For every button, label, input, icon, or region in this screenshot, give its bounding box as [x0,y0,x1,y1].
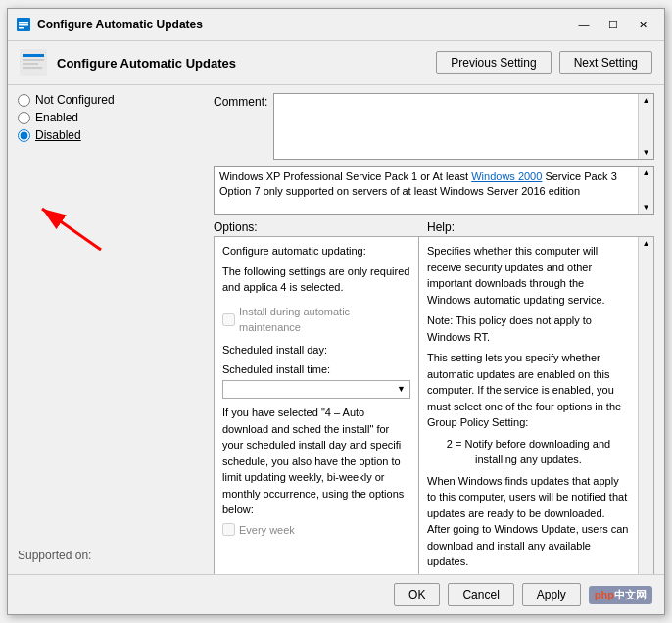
supported-text-content: Windows XP Professional Service Pack 1 o… [219,170,617,197]
radio-not-configured-label: Not Configured [35,93,115,107]
minimize-button[interactable]: — [570,15,598,34]
radio-not-configured-input[interactable] [18,94,30,107]
policy-icon [20,49,47,76]
svg-rect-5 [23,54,44,57]
install-maintenance-checkbox[interactable] [222,313,235,326]
scheduled-day-row: Scheduled install day: [222,342,410,359]
window-icon [16,17,31,32]
supported-on-label: Supported on: [18,549,91,562]
radio-disabled-input[interactable] [18,129,30,142]
title-bar-controls: — ☐ ✕ [570,15,656,34]
ok-button[interactable]: OK [394,583,440,606]
help-label-cell: Help: [419,220,654,236]
help-scrollbar: ▲ ▼ [638,237,653,574]
comment-label: Comment: [214,93,267,109]
previous-setting-button[interactable]: Previous Setting [436,51,551,74]
install-maintenance-label: Install during automatic maintenance [239,304,410,336]
options-box: Configure automatic updating: The follow… [214,236,419,574]
cancel-button[interactable]: Cancel [448,583,513,606]
weekly-note: If you have selected "4 – Auto download … [222,405,410,518]
title-bar-icon [16,17,31,32]
bottom-bar: OK Cancel Apply php 中文网 [8,574,664,614]
help-content: Specifies whether this computer will rec… [419,237,638,574]
supported-row: Windows XP Professional Service Pack 1 o… [214,166,654,215]
supported-scroll-down[interactable]: ▼ [641,201,652,214]
php-badge-text: php [595,589,614,600]
help-box: Specifies whether this computer will rec… [419,236,654,574]
radio-enabled[interactable]: Enabled [18,111,204,124]
title-bar-text: Configure Automatic Updates [37,18,564,31]
help-label: Help: [427,220,455,234]
radio-group: Not Configured Enabled Disabled [18,93,204,142]
comment-scrollbar: ▲ ▼ [638,94,653,159]
options-note: The following settings are only required… [222,264,410,296]
radio-disabled[interactable]: Disabled [18,128,204,142]
svg-rect-8 [23,67,42,69]
svg-rect-1 [19,22,28,24]
help-p1: Specifies whether this computer will rec… [427,243,630,308]
right-panel: Comment: ▲ ▼ Windows XP Professional Ser… [214,85,664,574]
every-week-checkbox[interactable] [222,523,235,536]
help-p2: Note: This policy does not apply to Wind… [427,312,630,345]
scheduled-day-label: Scheduled install day: [222,342,410,359]
header-buttons: Previous Setting Next Setting [436,51,652,74]
next-setting-button[interactable]: Next Setting [559,51,652,74]
maximize-button[interactable]: ☐ [600,15,627,34]
section-labels: Options: Help: [214,220,654,236]
svg-rect-2 [19,24,28,26]
svg-rect-7 [23,63,38,65]
main-window: Configure Automatic Updates — ☐ ✕ Config… [7,8,665,615]
php-badge: php 中文网 [589,586,652,604]
supported-scrollbar: ▲ ▼ [638,167,653,214]
supported-text: Windows XP Professional Service Pack 1 o… [215,167,638,214]
radio-not-configured[interactable]: Not Configured [18,93,204,107]
install-maintenance-checkbox-row: Install during automatic maintenance [222,304,410,336]
radio-enabled-input[interactable] [18,112,30,124]
help-scroll-up[interactable]: ▲ [641,237,652,250]
svg-rect-6 [23,59,44,61]
supported-scroll-up[interactable]: ▲ [641,167,652,179]
boxes-row: Configure automatic updating: The follow… [214,236,654,574]
help-p5: When Windows finds updates that apply to… [427,473,630,570]
comment-box: ▲ ▼ [273,93,654,160]
options-label-cell: Options: [214,220,419,236]
comment-row: Comment: ▲ ▼ [214,93,654,160]
radio-disabled-label: Disabled [35,128,81,142]
header-row: Configure Automatic Updates Previous Set… [8,41,664,85]
svg-line-10 [42,209,101,250]
header-title: Configure Automatic Updates [57,56,426,71]
php-badge-suffix: 中文网 [614,588,647,602]
time-dropdown-arrow: ▼ [397,383,406,397]
left-panel: Not Configured Enabled Disabled Supporte… [8,85,214,574]
header-icon [20,49,47,76]
bottom-area: Options: Help: Configure automatic updat… [214,220,654,574]
every-week-row: Every week [222,522,410,539]
scheduled-time-label: Scheduled install time: [222,361,410,378]
every-week-label: Every week [239,522,295,539]
windows2000-link[interactable]: Windows 2000 [471,170,542,182]
comment-scroll-up[interactable]: ▲ [641,94,652,107]
red-arrow-annotation [23,201,111,255]
svg-rect-3 [19,27,24,29]
scheduled-time-row: Scheduled install time: ▼ [222,361,410,399]
options-label: Options: [214,220,258,234]
options-content: Configure automatic updating: The follow… [215,237,418,574]
scheduled-time-select[interactable]: ▼ [222,380,410,400]
help-p3: This setting lets you specify whether au… [427,350,630,431]
comment-scroll-down[interactable]: ▼ [641,146,652,159]
comment-textarea[interactable] [274,94,638,159]
supported-box: Windows XP Professional Service Pack 1 o… [214,166,654,215]
help-p4: 2 = Notify before downloading and instal… [427,436,630,468]
apply-button[interactable]: Apply [522,583,581,606]
radio-enabled-label: Enabled [35,111,78,124]
options-configure-label: Configure automatic updating: [222,243,410,260]
title-bar: Configure Automatic Updates — ☐ ✕ [8,9,664,41]
close-button[interactable]: ✕ [629,15,656,34]
